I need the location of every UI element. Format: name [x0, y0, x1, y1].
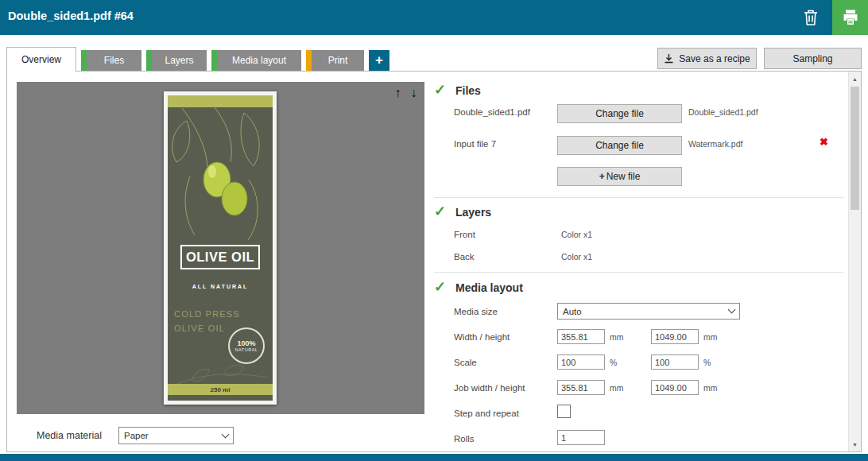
sampling-label: Sampling [792, 53, 832, 64]
olive-oil-label-art: OLIVE OIL ALL NATURAL COLD PRESS OLIVE O… [168, 95, 273, 401]
job-height-unit-label: mm [703, 383, 718, 393]
save-icon [664, 53, 674, 64]
width-unit-label: mm [610, 332, 624, 342]
layer-back-value: Color x1 [561, 252, 592, 261]
rolls-input[interactable] [557, 430, 605, 445]
save-as-recipe-button[interactable]: Save as a recipe [657, 48, 757, 69]
section-divider [434, 272, 843, 273]
job-editor-window: Double_sided1.pdf #64 Overview Files [0, 0, 868, 461]
bottom-accent-bar [0, 454, 868, 461]
rolls-label: Rolls [454, 434, 475, 444]
tab-layers-status-indicator [146, 50, 152, 71]
files-section-title: Files [455, 84, 481, 97]
trash-icon [803, 9, 819, 26]
layers-complete-check-icon: ✓ [434, 204, 446, 219]
media-layout-complete-check-icon: ✓ [434, 280, 446, 294]
tab-media-layout-label: Media layout [217, 55, 301, 66]
scale-x-unit-label: % [610, 358, 617, 367]
step-and-repeat-label: Step and repeat [454, 409, 519, 418]
media-size-value: Auto [563, 307, 582, 316]
plus-icon: + [599, 171, 605, 182]
save-as-recipe-label: Save as a recipe [679, 53, 750, 64]
tab-bar: Overview Files Layers Media layout Print… [6, 47, 862, 72]
titlebar: Double_sided1.pdf #64 [0, 0, 868, 35]
scroll-up-icon[interactable]: ▲ [849, 72, 861, 85]
tab-files-label: Files [87, 55, 141, 66]
layer-front-value: Color x1 [561, 230, 592, 239]
file-row-value: Double_sided1.pdf [688, 107, 758, 117]
label-top-band [168, 95, 273, 107]
layers-section-title: Layers [455, 206, 491, 219]
scale-label: Scale [454, 358, 477, 367]
plus-icon: + [375, 52, 383, 68]
job-preview-area: ↑ ↓ [17, 82, 424, 414]
layer-front-label: Front [454, 230, 475, 239]
tab-media-layout-status-indicator [211, 50, 217, 71]
natural-badge: 100% NATURAL [228, 327, 265, 364]
label-title-text: OLIVE OIL [180, 245, 260, 269]
tab-print-label: Print [312, 55, 364, 66]
media-material-value: Paper [124, 431, 149, 440]
badge-percent-text: 100% [237, 339, 255, 347]
tab-files[interactable]: Files [81, 50, 141, 71]
tab-files-status-indicator [81, 50, 87, 71]
tab-layers[interactable]: Layers [146, 50, 207, 71]
print-job-button[interactable] [832, 0, 868, 35]
new-file-button[interactable]: + New file [557, 167, 682, 186]
tab-overview[interactable]: Overview [6, 47, 76, 72]
file-row-label: Double_sided1.pdf [454, 107, 530, 117]
job-width-input[interactable] [557, 380, 605, 395]
files-complete-check-icon: ✓ [434, 83, 446, 97]
job-title: Double_sided1.pdf #64 [8, 10, 134, 22]
scale-x-input[interactable] [557, 354, 605, 370]
change-file-button-2[interactable]: Change file [557, 136, 682, 155]
delete-job-button[interactable] [800, 7, 822, 28]
job-height-input[interactable] [651, 380, 699, 395]
tab-layers-label: Layers [152, 55, 207, 66]
media-material-label: Media material [37, 430, 118, 441]
scrollbar-thumb[interactable] [851, 87, 859, 210]
height-unit-label: mm [703, 332, 718, 342]
change-file-button-1-label: Change file [595, 108, 644, 119]
chevron-down-icon [728, 306, 736, 314]
toolbar-actions: Save as a recipe Sampling [657, 48, 862, 69]
section-divider [434, 197, 843, 198]
file-row-value: Watermark.pdf [688, 139, 742, 149]
media-material-row: Media material Paper [37, 427, 234, 444]
sampling-button[interactable]: Sampling [764, 48, 862, 69]
change-file-button-2-label: Change file [595, 140, 644, 151]
media-material-select[interactable]: Paper [118, 427, 234, 444]
scale-y-input[interactable] [651, 354, 699, 370]
vertical-scrollbar[interactable]: ▲ ▼ [848, 72, 861, 451]
move-up-arrow-icon[interactable]: ↑ [391, 85, 405, 100]
job-width-height-label: Job width / height [454, 383, 525, 393]
printer-icon [840, 8, 861, 27]
media-layout-section-title: Media layout [455, 281, 523, 294]
label-preview-image: OLIVE OIL ALL NATURAL COLD PRESS OLIVE O… [164, 91, 277, 405]
media-size-select[interactable]: Auto [557, 303, 740, 320]
tab-media-layout[interactable]: Media layout [211, 50, 301, 71]
layer-back-label: Back [454, 252, 475, 261]
step-and-repeat-checkbox[interactable] [557, 405, 571, 418]
tab-print-status-indicator [306, 50, 312, 71]
media-height-input[interactable] [651, 329, 699, 344]
label-volume-text: 250 ml [211, 386, 231, 393]
move-down-arrow-icon[interactable]: ↓ [407, 85, 420, 100]
label-subtitle-text: ALL NATURAL [168, 284, 273, 289]
tab-overview-label: Overview [7, 54, 76, 65]
scroll-down-icon[interactable]: ▼ [849, 438, 861, 451]
tab-print[interactable]: Print [306, 50, 364, 71]
badge-natural-text: NATURAL [235, 347, 258, 352]
label-bottom-band: 250 ml [168, 384, 273, 395]
job-width-unit-label: mm [610, 383, 624, 393]
media-width-input[interactable] [557, 329, 605, 344]
new-file-button-label: New file [606, 171, 641, 182]
change-file-button-1[interactable]: Change file [557, 104, 682, 123]
tab-add-new[interactable]: + [369, 50, 389, 71]
media-size-label: Media size [454, 307, 498, 316]
main-panel: ↑ ↓ [6, 71, 862, 452]
page-navigation: ↑ ↓ [391, 85, 420, 100]
scale-y-unit-label: % [703, 358, 711, 367]
remove-file-icon[interactable]: ✖ [820, 136, 828, 148]
file-row-label: Input file 7 [454, 139, 496, 149]
